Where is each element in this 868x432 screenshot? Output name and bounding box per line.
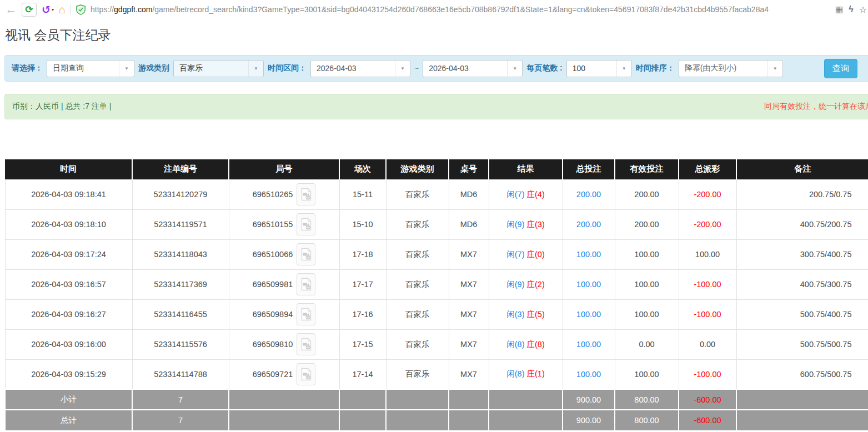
range-separator: ~ bbox=[414, 64, 419, 73]
chevron-down-icon: ▼ bbox=[119, 61, 134, 77]
total-bet-link[interactable]: 200.00 bbox=[563, 179, 615, 209]
star-icon[interactable]: ☆ bbox=[859, 4, 867, 15]
game-type: 百家乐 bbox=[386, 239, 449, 269]
address-bar[interactable]: https://gdgpft.com/game/betrecord_search… bbox=[91, 5, 830, 14]
video-file-icon bbox=[301, 338, 312, 351]
video-file-icon bbox=[301, 278, 312, 291]
lightning-icon[interactable]: ϟ bbox=[849, 4, 853, 14]
total-bet-link[interactable]: 100.00 bbox=[563, 239, 615, 269]
summary-row: 小计 7 900.00 800.00 -600.00 bbox=[5, 389, 868, 410]
banker-result: 庄(2) bbox=[527, 280, 545, 289]
page-size-select[interactable]: 100 ▼ bbox=[566, 60, 632, 77]
chevron-down-icon: ▼ bbox=[767, 61, 782, 77]
video-replay-button[interactable] bbox=[297, 243, 315, 265]
sort-order-label: 时间排序： bbox=[636, 63, 675, 73]
note: 400.75/300.75 bbox=[736, 269, 868, 299]
video-replay-button[interactable] bbox=[297, 333, 315, 355]
note: 500.75/500.75 bbox=[736, 329, 868, 359]
total-bet-link[interactable]: 100.00 bbox=[563, 269, 615, 299]
empty-cell bbox=[229, 410, 339, 430]
column-header: 局号 bbox=[229, 159, 339, 179]
banker-result: 庄(1) bbox=[527, 369, 545, 378]
result-cell: 闲(9) 庄(3) bbox=[489, 209, 563, 239]
summary-label: 小计 bbox=[5, 389, 132, 410]
total-bet-link[interactable]: 100.00 bbox=[563, 359, 615, 389]
table-row: 2026-04-03 09:16:57 523314117369 6965099… bbox=[5, 269, 868, 299]
payout: -100.00 bbox=[679, 269, 736, 299]
total-bet-link[interactable]: 200.00 bbox=[563, 209, 615, 239]
summary-valid-bet: 800.00 bbox=[615, 410, 679, 430]
valid-bet: 100.00 bbox=[615, 239, 679, 269]
valid-bet: 200.00 bbox=[615, 209, 679, 239]
table-number: MX7 bbox=[449, 299, 489, 329]
empty-cell bbox=[489, 410, 563, 430]
time-range-label: 时间区间： bbox=[268, 63, 307, 73]
banker-result: 庄(5) bbox=[527, 310, 545, 319]
bet-number: 523314115576 bbox=[132, 329, 229, 359]
video-replay-button[interactable] bbox=[297, 273, 315, 295]
total-bet-link[interactable]: 100.00 bbox=[563, 329, 615, 359]
bet-number: 523314117369 bbox=[132, 269, 229, 299]
column-header: 注单编号 bbox=[132, 159, 229, 179]
query-mode-select[interactable]: 日期查询 ▼ bbox=[47, 60, 134, 77]
bet-time: 2026-04-03 09:16:57 bbox=[5, 269, 132, 299]
table-row: 2026-04-03 09:17:24 523314118043 6965100… bbox=[5, 239, 868, 269]
chevron-down-icon: ▼ bbox=[616, 61, 631, 77]
valid-bet: 100.00 bbox=[615, 269, 679, 299]
back-icon[interactable]: ← bbox=[6, 3, 17, 16]
page-size-value: 100 bbox=[567, 64, 616, 73]
search-button[interactable]: 查询 bbox=[824, 59, 857, 78]
video-replay-button[interactable] bbox=[297, 303, 315, 325]
summary-payout: -600.00 bbox=[679, 410, 736, 430]
valid-bet-notice: 同局有效投注，统一计算在该局第 bbox=[764, 102, 868, 112]
table-row: 2026-04-03 09:18:10 523314119571 6965101… bbox=[5, 209, 868, 239]
banker-result: 庄(4) bbox=[527, 190, 545, 199]
summary-row: 总计 7 900.00 800.00 -600.00 bbox=[5, 410, 868, 430]
valid-bet: 100.00 bbox=[615, 359, 679, 389]
column-header: 游戏类别 bbox=[386, 159, 449, 179]
undo-button[interactable]: ↺ ▾ bbox=[42, 3, 54, 16]
video-replay-button[interactable] bbox=[297, 213, 315, 235]
banker-result: 庄(0) bbox=[527, 250, 545, 259]
session-number: 17-15 bbox=[339, 329, 386, 359]
game-type-select[interactable]: 百家乐 ▼ bbox=[173, 60, 264, 77]
note: 600.75/500.75 bbox=[736, 359, 868, 389]
game-type: 百家乐 bbox=[386, 329, 449, 359]
empty-cell bbox=[386, 389, 449, 410]
summary-count: 7 bbox=[132, 410, 229, 430]
date-from-picker[interactable]: 2026-04-03 ▼ bbox=[310, 60, 410, 77]
sort-order-select[interactable]: 降幂(由大到小) ▼ bbox=[679, 60, 783, 77]
player-result: 闲(8) bbox=[506, 340, 524, 349]
payout: 0.00 bbox=[679, 329, 736, 359]
round-cell: 696510066 bbox=[229, 239, 339, 269]
date-from-value: 2026-04-03 bbox=[311, 64, 395, 73]
summary-payout: -600.00 bbox=[679, 389, 736, 410]
table-row: 2026-04-03 09:16:27 523314116455 6965098… bbox=[5, 299, 868, 329]
home-icon[interactable]: ⌂ bbox=[59, 3, 66, 16]
player-result: 闲(7) bbox=[506, 190, 524, 199]
table-number: MD6 bbox=[449, 179, 489, 209]
page-title: 视讯 会员下注纪录 bbox=[5, 27, 868, 44]
round-cell: 696509894 bbox=[229, 299, 339, 329]
table-number: MX7 bbox=[449, 239, 489, 269]
bet-number: 523314120279 bbox=[132, 179, 229, 209]
date-to-picker[interactable]: 2026-04-03 ▼ bbox=[423, 60, 523, 77]
total-bet-link[interactable]: 100.00 bbox=[563, 299, 615, 329]
bet-time: 2026-04-03 09:17:24 bbox=[5, 239, 132, 269]
refresh-button[interactable]: ⟳ bbox=[22, 3, 37, 17]
summary-total-bet: 900.00 bbox=[563, 410, 615, 430]
qr-code-icon[interactable]: ▦ bbox=[835, 4, 843, 14]
url-host: gdgpft.com bbox=[114, 5, 152, 14]
toolbar-right-icons: ▦ ϟ ☆ bbox=[835, 4, 862, 15]
url-path: /game/betrecord_search/kind3?GameType=30… bbox=[152, 5, 769, 14]
date-to-value: 2026-04-03 bbox=[423, 64, 507, 73]
player-result: 闲(9) bbox=[506, 220, 524, 229]
header-row: 时间注单编号局号场次游戏类别桌号结果总投注有效投注总派彩备注 bbox=[5, 159, 868, 179]
video-replay-button[interactable] bbox=[297, 363, 315, 385]
round-number: 696509894 bbox=[253, 310, 293, 319]
note: 200.75/0.75 bbox=[736, 179, 868, 209]
bet-time: 2026-04-03 09:16:27 bbox=[5, 299, 132, 329]
video-replay-button[interactable] bbox=[297, 183, 315, 205]
game-type-value: 百家乐 bbox=[174, 63, 248, 73]
chevron-down-icon: ▼ bbox=[507, 61, 522, 77]
